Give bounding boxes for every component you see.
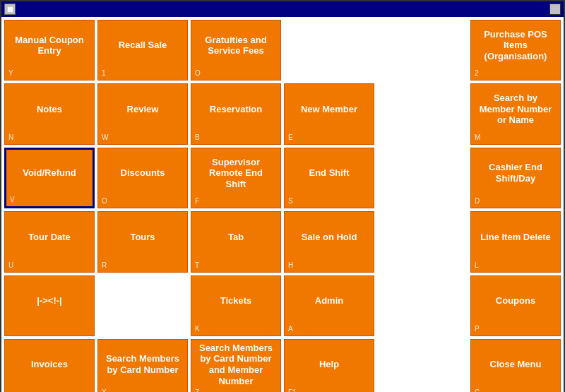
review-shortcut: W (102, 133, 108, 142)
tour-date-shortcut: U (8, 261, 13, 270)
tours-button[interactable]: ToursR (97, 211, 188, 272)
recall-sale-label: Recall Sale (102, 23, 183, 70)
tour-date-label: Tour Date (9, 215, 90, 261)
manual-coupon-entry-button[interactable]: Manual Coupon EntryY (4, 20, 95, 81)
cashier-end-shift-label: Cashier End Shift/Day (475, 151, 556, 198)
end-shift-shortcut: S (288, 197, 293, 206)
tour-date-button[interactable]: Tour DateU (4, 211, 95, 272)
empty-1 (284, 20, 374, 81)
gratuities-shortcut: O (195, 69, 201, 78)
tickets-shortcut: K (195, 325, 200, 333)
void-refund-shortcut: V (10, 196, 15, 204)
search-members-card-name-label: Search Members by Card Number and Member… (196, 343, 276, 389)
admin-label: Admin (289, 279, 369, 326)
cashier-end-shift-shortcut: D (475, 197, 480, 206)
void-refund-button[interactable]: Void/RefundV (4, 148, 95, 208)
line-item-delete-label: Line Item Delete (475, 215, 556, 261)
empty-3 (377, 83, 468, 144)
search-members-card-name-shortcut: Z (195, 388, 199, 392)
tours-shortcut: R (102, 261, 107, 270)
search-members-card-label: Search Members by Card Number (102, 343, 183, 389)
supervisor-remote-shortcut: F (195, 197, 199, 206)
tours-label: Tours (102, 215, 183, 261)
new-member-shortcut: E (288, 133, 293, 142)
notes-label: Notes (9, 87, 90, 133)
discounts-label: Discounts (102, 151, 183, 198)
tab-shortcut: T (195, 261, 199, 270)
arrow-btn-label: |-><!-| (9, 279, 90, 326)
help-label: Help (289, 343, 369, 389)
tab-label: Tab (196, 215, 276, 261)
supervisor-remote-label: Supervisor Remote End Shift (196, 151, 276, 198)
line-item-delete-shortcut: L (475, 261, 479, 270)
gratuities-button[interactable]: Gratuities and Service FeesO (191, 20, 281, 81)
search-members-card-shortcut: X (102, 388, 107, 392)
purchase-pos-shortcut: 2 (475, 69, 479, 78)
notes-button[interactable]: NotesN (4, 83, 95, 144)
purchase-pos-label: Purchase POS Items (Organisation) (475, 23, 556, 70)
empty-8 (377, 339, 468, 392)
search-members-card-button[interactable]: Search Members by Card NumberX (97, 339, 188, 392)
empty-7 (377, 275, 468, 336)
end-shift-button[interactable]: End ShiftS (284, 148, 374, 208)
empty-4 (377, 148, 468, 208)
window-icon: ▦ (4, 4, 16, 15)
coupons-shortcut: P (475, 325, 480, 333)
close-menu-label: Close Menu (475, 343, 556, 389)
search-member-button[interactable]: Search by Member Number or NameM (470, 83, 561, 144)
help-button[interactable]: HelpF1 (284, 339, 374, 392)
empty-6 (97, 275, 188, 336)
close-window-button[interactable] (549, 4, 561, 15)
purchase-pos-button[interactable]: Purchase POS Items (Organisation)2 (470, 20, 561, 81)
reservation-shortcut: B (195, 133, 200, 142)
reservation-button[interactable]: ReservationB (191, 83, 281, 144)
new-member-label: New Member (289, 87, 369, 133)
invoices-button[interactable]: Invoices (4, 339, 95, 392)
coupons-label: Coupons (475, 279, 556, 326)
review-label: Review (102, 87, 183, 133)
search-member-shortcut: M (475, 133, 480, 142)
manual-coupon-entry-label: Manual Coupon Entry (9, 23, 90, 70)
recall-sale-shortcut: 1 (102, 69, 106, 78)
recall-sale-button[interactable]: Recall Sale1 (97, 20, 188, 81)
new-member-button[interactable]: New MemberE (284, 83, 374, 144)
empty-2 (377, 20, 468, 81)
main-window: ▦ Manual Coupon EntryYRecall Sale1Gratui… (0, 0, 565, 392)
notes-shortcut: N (8, 133, 13, 142)
admin-shortcut: A (288, 325, 293, 333)
void-refund-label: Void/Refund (11, 153, 88, 196)
end-shift-label: End Shift (289, 151, 369, 198)
sale-on-hold-button[interactable]: Sale on HoldH (284, 211, 374, 272)
invoices-label: Invoices (9, 343, 90, 389)
sale-on-hold-shortcut: H (288, 261, 293, 270)
title-bar: ▦ (1, 1, 564, 17)
empty-5 (377, 211, 468, 272)
gratuities-label: Gratuities and Service Fees (196, 23, 276, 70)
button-grid: Manual Coupon EntryYRecall Sale1Gratuiti… (1, 17, 564, 392)
search-member-label: Search by Member Number or Name (475, 87, 556, 133)
discounts-shortcut: O (102, 197, 107, 206)
tab-button[interactable]: TabT (191, 211, 281, 272)
tickets-button[interactable]: TicketsK (191, 275, 281, 336)
arrow-btn-button[interactable]: |-><!-| (4, 275, 95, 336)
coupons-button[interactable]: CouponsP (470, 275, 561, 336)
admin-button[interactable]: AdminA (284, 275, 374, 336)
close-menu-shortcut: C (475, 388, 480, 392)
help-shortcut: F1 (288, 388, 297, 392)
cashier-end-shift-button[interactable]: Cashier End Shift/DayD (470, 148, 561, 208)
supervisor-remote-button[interactable]: Supervisor Remote End ShiftF (191, 148, 281, 208)
reservation-label: Reservation (196, 87, 276, 133)
close-menu-button[interactable]: Close MenuC (470, 339, 561, 392)
review-button[interactable]: ReviewW (97, 83, 188, 144)
search-members-card-name-button[interactable]: Search Members by Card Number and Member… (191, 339, 281, 392)
discounts-button[interactable]: DiscountsO (97, 148, 188, 208)
sale-on-hold-label: Sale on Hold (289, 215, 369, 261)
manual-coupon-entry-shortcut: Y (8, 69, 13, 78)
tickets-label: Tickets (196, 279, 276, 326)
line-item-delete-button[interactable]: Line Item DeleteL (470, 211, 561, 272)
